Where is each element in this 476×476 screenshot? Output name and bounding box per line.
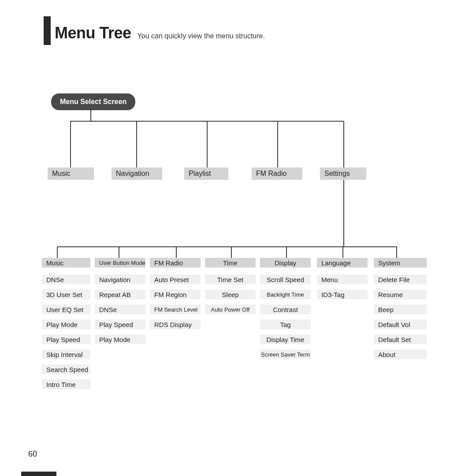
level1-settings: Settings <box>320 167 366 180</box>
root-node: Menu Select Screen <box>51 93 135 110</box>
item-id3tag: ID3-Tag <box>317 290 368 299</box>
item-sleep: Sleep <box>205 290 256 299</box>
item-playmode2: Play Mode <box>95 335 145 344</box>
title-block: Menu Tree You can quickly view the menu … <box>55 24 265 42</box>
item-contrast: Contrast <box>260 305 311 314</box>
submenu-head-fmradio: FM Radio <box>150 258 201 268</box>
item-fmsearchlevel: FM Search Level <box>150 305 201 314</box>
item-timeset: Time Set <box>205 275 256 284</box>
item-playmode: Play Mode <box>42 320 90 329</box>
item-tag: Tag <box>260 320 311 329</box>
submenu-head-time: Time <box>205 258 256 268</box>
level1-music: Music <box>48 167 94 180</box>
page: Menu Tree You can quickly view the menu … <box>0 0 476 476</box>
item-navigation: Navigation <box>95 275 145 284</box>
item-defaultvol: Default Vol <box>374 320 427 329</box>
item-fmregion: FM Region <box>150 290 201 299</box>
item-3duserset: 3D User Set <box>42 290 90 299</box>
item-playspeed: Play Speed <box>42 335 90 344</box>
item-playspeed2: Play Speed <box>95 320 145 329</box>
tree-connectors <box>0 0 476 476</box>
item-introtime: Intro Time <box>42 379 90 389</box>
item-deletefile: Delete File <box>374 275 427 284</box>
item-dnse2: DNSe <box>95 305 145 314</box>
item-skipinterval: Skip Interval <box>42 350 90 359</box>
item-displaytime: Display Time <box>260 335 311 344</box>
submenu-head-language: Language <box>317 258 368 268</box>
item-scrollspeed: Scroll Speed <box>260 275 311 284</box>
title-accent-bar <box>44 16 51 45</box>
submenu-head-display: Display <box>260 258 311 268</box>
level1-playlist: Playlist <box>184 167 228 180</box>
item-dnse: DNSe <box>42 275 90 284</box>
item-defaultset: Default Set <box>374 335 427 344</box>
submenu-head-system: System <box>374 258 427 268</box>
item-menu: Menu <box>317 275 368 284</box>
item-beep: Beep <box>374 305 427 314</box>
item-autopreset: Auto Preset <box>150 275 201 284</box>
level1-navigation: Navigation <box>112 167 162 180</box>
item-usereqset: User EQ Set <box>42 305 90 314</box>
item-rdsdisplay: RDS Display <box>150 320 201 329</box>
item-screensaverterm: Screen Saver Term <box>260 350 311 359</box>
item-resume: Resume <box>374 290 427 299</box>
page-number: 60 <box>28 450 37 459</box>
item-repeatab: Repeat AB <box>95 290 145 299</box>
level1-fmradio: FM Radio <box>252 167 302 180</box>
footer-accent-bar <box>21 472 56 476</box>
submenu-head-userbutton: User Button Mode <box>95 258 145 268</box>
item-backlighttime: Backlight Time <box>260 290 311 299</box>
item-searchspeed: Search Speed <box>42 364 90 374</box>
item-about: About <box>374 350 427 359</box>
submenu-head-music: Music <box>42 258 90 268</box>
item-autopoweroff: Auto Power Off <box>205 305 256 314</box>
page-subtitle: You can quickly view the menu structure. <box>138 32 265 40</box>
page-title: Menu Tree <box>55 24 131 42</box>
